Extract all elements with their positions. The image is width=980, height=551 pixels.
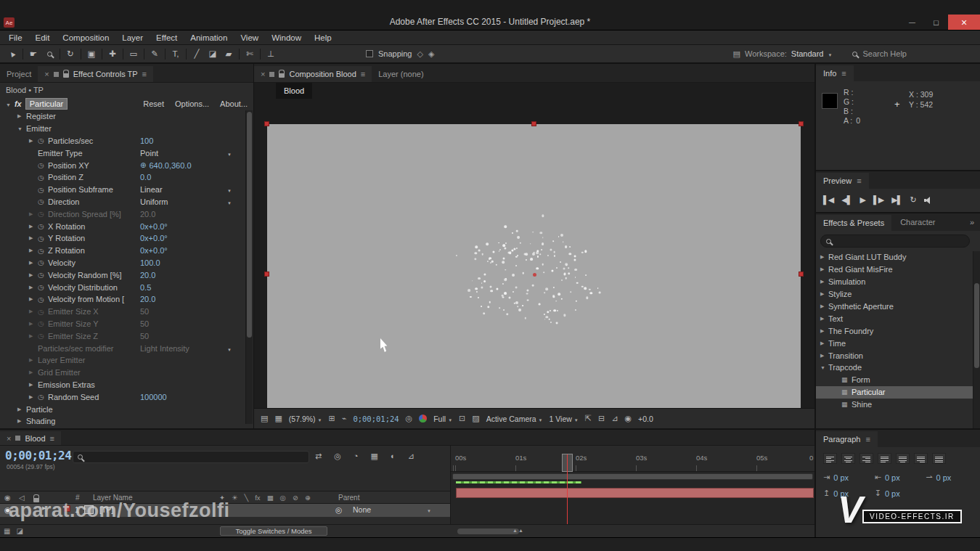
align-left-button[interactable] bbox=[823, 453, 837, 464]
tool[interactable] bbox=[144, 49, 144, 60]
property-value[interactable]: 100000 bbox=[140, 393, 167, 401]
twirl-icon[interactable] bbox=[29, 321, 38, 327]
motion-blur-icon[interactable]: ◎ bbox=[280, 494, 286, 502]
first-frame-button[interactable]: ▌◀ bbox=[823, 195, 833, 205]
property-value[interactable]: Uniform bbox=[140, 197, 168, 206]
effect-property-row[interactable]: ◷ Velocity from Motion [ ⊕ 20.0 bbox=[0, 293, 253, 306]
effect-property-row[interactable]: ◷ Emitter ⊕ bbox=[0, 123, 253, 135]
comp-mini-flowchart-icon[interactable]: ⇄ bbox=[315, 452, 322, 461]
stopwatch-icon[interactable]: ◷ bbox=[38, 247, 48, 255]
parent-pickwhip-icon[interactable]: ◎ bbox=[335, 505, 342, 514]
handle-top-right[interactable] bbox=[799, 121, 804, 126]
stopwatch-icon[interactable]: ◷ bbox=[38, 258, 48, 266]
stopwatch-icon[interactable]: ◷ bbox=[38, 186, 48, 194]
effect-property-row[interactable]: ◷ Velocity Random [%] ⊕ 20.0 bbox=[0, 269, 253, 281]
effects-list-item[interactable]: ▦ Time bbox=[816, 337, 973, 349]
menu-item[interactable]: Help bbox=[308, 30, 338, 44]
panel-menu-icon[interactable] bbox=[857, 176, 861, 185]
property-value[interactable]: Light Intensity bbox=[140, 344, 189, 353]
camera-view-select[interactable]: Active Camera bbox=[486, 415, 543, 423]
indent-right-margin[interactable]: ⇤ 0 px bbox=[875, 473, 923, 482]
frame-blend-icon[interactable]: ▦ bbox=[267, 494, 274, 502]
twirl-icon[interactable] bbox=[17, 126, 26, 131]
handle-top-center[interactable] bbox=[531, 121, 536, 126]
effect-property-row[interactable]: ◷ Particles/sec ⊕ 100 bbox=[0, 135, 253, 147]
tool[interactable] bbox=[81, 49, 81, 60]
clone-stamp-tool[interactable]: ◪ bbox=[205, 46, 221, 61]
effects-list-item[interactable]: ▦ Particular bbox=[816, 386, 973, 399]
tab-character[interactable]: Character bbox=[900, 218, 935, 226]
effect-property-row[interactable]: ◷ Position Z ⊕ 0.0 bbox=[0, 171, 253, 184]
snapping-checkbox[interactable] bbox=[366, 50, 373, 57]
effects-list-item[interactable]: ▦ Trapcode bbox=[816, 362, 973, 374]
twirl-icon[interactable] bbox=[6, 99, 11, 108]
effects-list-item[interactable]: ▦ Form bbox=[816, 374, 973, 386]
tab-timeline-blood[interactable]: Blood bbox=[0, 431, 61, 445]
adjustment-layer-icon[interactable]: ⊘ bbox=[293, 494, 298, 502]
rotation-tool[interactable]: ↻ bbox=[62, 46, 78, 61]
property-value[interactable]: 0x+0.0° bbox=[140, 222, 168, 231]
menu-item[interactable]: Window bbox=[265, 30, 308, 44]
type-tool[interactable]: T, bbox=[168, 46, 184, 61]
parent-select[interactable]: None bbox=[350, 505, 434, 514]
tab-effect-controls[interactable]: Effect Controls TP bbox=[38, 66, 153, 82]
align-right-button[interactable] bbox=[859, 453, 873, 464]
effects-list-item[interactable]: ▦ Transition bbox=[816, 349, 973, 362]
exposure-icon[interactable]: ◉ bbox=[624, 414, 632, 423]
tab-composition[interactable]: Composition Blood bbox=[254, 66, 372, 82]
twirl-icon[interactable] bbox=[29, 309, 38, 314]
effect-property-row[interactable]: ◷ Z Rotation ⊕ 0x+0.0° bbox=[0, 245, 253, 257]
frame-blending-icon[interactable]: ▦ bbox=[370, 452, 377, 461]
effect-property-row[interactable]: ◷ Shading ⊕ bbox=[0, 415, 253, 428]
close-tab-icon[interactable] bbox=[7, 434, 11, 443]
stopwatch-icon[interactable]: ◷ bbox=[38, 136, 48, 144]
effect-property-row[interactable]: ◷ Velocity ⊕ 100.0 bbox=[0, 257, 253, 269]
snap-features-icon[interactable]: ◈ bbox=[428, 49, 434, 59]
dropdown-arrow-icon[interactable] bbox=[227, 185, 232, 194]
hand-tool[interactable]: ☛ bbox=[25, 46, 41, 61]
handle-mid-right[interactable] bbox=[799, 272, 804, 277]
effects-list-item[interactable]: ▦ The Foundry bbox=[816, 325, 973, 337]
stopwatch-icon[interactable]: ◷ bbox=[38, 174, 48, 181]
rectangle-tool[interactable]: ▭ bbox=[126, 46, 142, 61]
panel-menu-icon[interactable] bbox=[361, 70, 365, 78]
stopwatch-icon[interactable]: ◷ bbox=[38, 319, 48, 327]
twirl-icon[interactable] bbox=[29, 224, 38, 229]
property-value[interactable]: Linear bbox=[140, 185, 163, 194]
justify-last-right-button[interactable] bbox=[914, 453, 928, 464]
time-ruler[interactable]: 00s 01s 02s 03s 04s 05s 0 bbox=[451, 446, 814, 472]
twirl-icon[interactable] bbox=[29, 235, 38, 241]
roto-brush-tool[interactable]: ✄ bbox=[242, 46, 258, 61]
panel-grip-icon[interactable]: ▦ bbox=[4, 527, 10, 535]
current-time-display[interactable]: 0;00;01;24 bbox=[5, 449, 71, 462]
property-value[interactable]: 100.0 bbox=[140, 258, 160, 267]
stopwatch-icon[interactable]: ◷ bbox=[38, 234, 48, 242]
reset-link[interactable]: Reset bbox=[143, 99, 164, 108]
twirl-icon[interactable] bbox=[29, 272, 38, 278]
indent-first-line[interactable]: ⇀ 0 px bbox=[926, 473, 974, 482]
scrollbar-thumb[interactable] bbox=[247, 112, 252, 338]
options-link[interactable]: Options... bbox=[175, 99, 209, 108]
layer-duration-bar[interactable] bbox=[456, 488, 814, 498]
tool[interactable] bbox=[60, 49, 60, 60]
tab-project[interactable]: Project bbox=[0, 66, 38, 82]
play-button[interactable]: ▶ bbox=[860, 195, 865, 205]
pan-behind-tool[interactable]: ✚ bbox=[105, 46, 121, 61]
pixel-aspect-icon[interactable]: ⊟ bbox=[598, 414, 605, 423]
effect-property-row[interactable]: ◷ Y Rotation ⊕ 0x+0.0° bbox=[0, 232, 253, 245]
pen-tool[interactable]: ✎ bbox=[147, 46, 163, 61]
twirl-icon[interactable] bbox=[820, 316, 828, 322]
dropdown-arrow-icon[interactable] bbox=[227, 149, 232, 158]
effect-property-row[interactable]: ◷ Emitter Size X ⊕ 50 bbox=[0, 306, 253, 318]
twirl-icon[interactable] bbox=[29, 260, 38, 266]
tool[interactable] bbox=[165, 49, 166, 60]
effects-list-item[interactable]: ▦ Stylize bbox=[816, 288, 973, 301]
menu-item[interactable]: Layer bbox=[115, 30, 150, 44]
minimize-button[interactable] bbox=[900, 15, 924, 30]
twirl-icon[interactable] bbox=[29, 333, 38, 339]
effects-search-box[interactable] bbox=[820, 234, 970, 248]
menu-item[interactable]: File bbox=[2, 30, 29, 44]
tab-effects-presets[interactable]: Effects & Presets bbox=[816, 215, 891, 231]
tab-layer[interactable]: Layer (none) bbox=[372, 66, 430, 82]
timeline-search-box[interactable] bbox=[73, 451, 309, 463]
